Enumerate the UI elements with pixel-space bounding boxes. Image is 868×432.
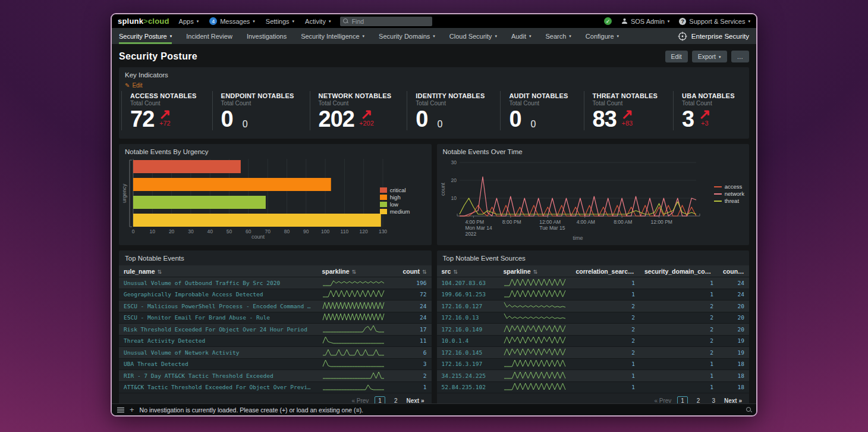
cell-src[interactable]: 34.215.24.225 <box>437 372 499 379</box>
page-button-3[interactable]: 3 <box>709 397 718 404</box>
user-icon <box>621 18 628 24</box>
column-header-security-domain-count[interactable]: security_domain_count⇅ <box>640 268 718 275</box>
find-search[interactable] <box>340 17 432 26</box>
table-row[interactable]: 52.84.235.1021118 <box>437 382 750 394</box>
cell-rule-name[interactable]: ESCU - Malicious PowerShell Process - En… <box>119 303 317 309</box>
page-button-1[interactable]: 1 <box>375 396 385 404</box>
table-row[interactable]: RIR - 7 Day ATT&CK Tactic Threshold Exce… <box>119 370 432 382</box>
cell-rule-name[interactable]: UBA Threat Detected <box>119 361 317 367</box>
table-row[interactable]: 172.16.0.1452219 <box>437 347 750 359</box>
cell-rule-name[interactable]: Unusual Volume of Outbound Traffic By Sr… <box>119 280 317 286</box>
export-button[interactable]: Export▾ <box>692 51 727 62</box>
user-menu[interactable]: SOS Admin ▾ <box>621 18 669 25</box>
cell-rule-name[interactable]: ATT&CK Tactic Threshold Exceeded For Obj… <box>119 384 317 390</box>
nav-security-posture[interactable]: Security Posture▾ <box>119 28 172 44</box>
find-input[interactable] <box>351 17 430 26</box>
table-row[interactable]: Unusual Volume of Network Activity6 <box>119 347 432 359</box>
cell-src[interactable]: 172.16.0.145 <box>437 349 499 356</box>
cell-src[interactable]: 199.66.91.253 <box>437 291 499 298</box>
svg-text:count: count <box>441 182 446 196</box>
cell-src[interactable]: 172.16.0.127 <box>437 303 499 309</box>
table-row[interactable]: 10.0.1.42219 <box>437 336 750 348</box>
enterprise-security-badge[interactable]: Enterprise Security <box>678 28 749 44</box>
support-menu[interactable]: ? Support & Services ▾ <box>679 18 750 25</box>
cell-src[interactable]: 172.16.0.13 <box>437 314 499 321</box>
tile-value-row: 72↗+72 <box>130 108 197 130</box>
table-row[interactable]: 172.16.0.1492220 <box>437 324 750 336</box>
nav-security-intelligence[interactable]: Security Intelligence▾ <box>301 28 364 44</box>
topbar-menu-apps[interactable]: Apps▾ <box>179 17 199 25</box>
table-row[interactable]: Unusual Volume of Outbound Traffic By Sr… <box>119 277 432 289</box>
more-button[interactable]: … <box>731 51 750 62</box>
search-icon <box>343 18 348 24</box>
column-header-count[interactable]: count⇅ <box>394 268 432 275</box>
app-navbar: Security Posture▾Incident ReviewInvestig… <box>112 28 756 44</box>
tile-audit-notables[interactable]: AUDIT NOTABLESTotal Count00 <box>500 91 583 130</box>
add-investigation-icon[interactable]: + <box>130 406 134 414</box>
prev-page-button[interactable]: « Prev <box>654 397 671 404</box>
cell-rule-name[interactable]: Risk Threshold Exceeded For Object Over … <box>119 326 317 333</box>
column-header-correlation-search-count[interactable]: correlation_search_count⇅ <box>571 268 640 275</box>
investigation-list-icon[interactable] <box>117 407 124 413</box>
tile-uba-notables[interactable]: UBA NOTABLESTotal Count3↗+3 <box>673 91 750 130</box>
topbar-menu-activity[interactable]: Activity▾ <box>305 17 331 25</box>
cell-src[interactable]: 10.0.1.4 <box>437 337 499 344</box>
nav-security-domains[interactable]: Security Domains▾ <box>379 28 435 44</box>
table-row[interactable]: 172.16.0.1272220 <box>437 300 750 312</box>
prev-page-button[interactable]: « Prev <box>351 397 369 404</box>
cell-rule-name[interactable]: ESCU - Monitor Email For Brand Abuse - R… <box>119 314 317 321</box>
table-row[interactable]: 172.16.0.132220 <box>437 312 750 324</box>
page-button-2[interactable]: 2 <box>694 397 703 404</box>
cell-rule-name[interactable]: Geographically Improbable Access Detecte… <box>119 291 317 298</box>
column-label: src <box>442 268 451 275</box>
cell-rule-name[interactable]: Unusual Volume of Network Activity <box>119 349 317 356</box>
tile-access-notables[interactable]: ACCESS NOTABLESTotal Count72↗+72 <box>121 91 212 130</box>
status-ok-icon[interactable]: ✓ <box>604 17 612 25</box>
zoom-icon[interactable] <box>746 406 752 413</box>
topbar-menu-messages[interactable]: 4Messages▾ <box>209 17 255 25</box>
nav-investigations[interactable]: Investigations <box>247 28 287 44</box>
table-row[interactable]: 34.215.24.2251118 <box>437 370 750 382</box>
table-row[interactable]: 199.66.91.2531124 <box>437 289 750 301</box>
column-header-rule-name[interactable]: rule_name⇅ <box>119 268 317 275</box>
page-button-1[interactable]: 1 <box>677 396 688 404</box>
edit-indicators-link[interactable]: ✎Edit <box>119 80 749 90</box>
nav-audit[interactable]: Audit▾ <box>511 28 532 44</box>
table-row[interactable]: 104.207.83.631124 <box>437 277 750 289</box>
table-row[interactable]: UBA Threat Detected3 <box>119 359 432 371</box>
cell-src[interactable]: 52.84.235.102 <box>437 384 499 390</box>
next-page-button[interactable]: Next » <box>724 397 742 404</box>
nav-configure[interactable]: Configure▾ <box>586 28 619 44</box>
table-row[interactable]: Threat Activity Detected11 <box>119 336 432 348</box>
cell-security-domain-count: 1 <box>640 384 718 390</box>
nav-cloud-security[interactable]: Cloud Security▾ <box>449 28 497 44</box>
cell-src[interactable]: 172.16.3.197 <box>437 361 499 367</box>
edit-button[interactable]: Edit <box>665 51 688 62</box>
tile-network-notables[interactable]: NETWORK NOTABLESTotal Count202↗+202 <box>310 91 407 130</box>
page-button-2[interactable]: 2 <box>391 397 401 404</box>
column-header-sparkline[interactable]: sparkline⇅ <box>317 268 394 275</box>
table-row[interactable]: Geographically Improbable Access Detecte… <box>119 289 432 301</box>
next-page-button[interactable]: Next » <box>406 397 424 404</box>
column-header-sparkline[interactable]: sparkline⇅ <box>499 268 571 275</box>
top-notable-events-panel: Top Notable Events rule_name⇅sparkline⇅c… <box>119 251 432 403</box>
cell-security-domain-count: 1 <box>640 291 718 298</box>
cell-src[interactable]: 172.16.0.149 <box>437 326 499 333</box>
tile-endpoint-notables[interactable]: ENDPOINT NOTABLESTotal Count00 <box>212 91 310 130</box>
table-row[interactable]: ESCU - Malicious PowerShell Process - En… <box>119 300 432 312</box>
table-row[interactable]: Risk Threshold Exceeded For Object Over … <box>119 324 432 336</box>
topbar-menu-settings[interactable]: Settings▾ <box>266 17 294 25</box>
cell-src[interactable]: 104.207.83.63 <box>437 280 499 286</box>
splunk-cloud-logo[interactable]: splunk>cloud <box>118 17 169 26</box>
tile-threat-notables[interactable]: THREAT NOTABLESTotal Count83↗+83 <box>584 91 674 130</box>
table-row[interactable]: ATT&CK Tactic Threshold Exceeded For Obj… <box>119 382 432 394</box>
nav-search[interactable]: Search▾ <box>545 28 571 44</box>
table-row[interactable]: 172.16.3.1971118 <box>437 359 750 371</box>
tile-identity-notables[interactable]: IDENTITY NOTABLESTotal Count00 <box>407 91 500 130</box>
column-header-src[interactable]: src⇅ <box>437 268 499 275</box>
cell-rule-name[interactable]: Threat Activity Detected <box>119 337 317 344</box>
table-row[interactable]: ESCU - Monitor Email For Brand Abuse - R… <box>119 312 432 324</box>
column-header-count[interactable]: count⇅ <box>718 268 749 275</box>
cell-rule-name[interactable]: RIR - 7 Day ATT&CK Tactic Threshold Exce… <box>119 372 317 379</box>
nav-incident-review[interactable]: Incident Review <box>186 28 232 44</box>
